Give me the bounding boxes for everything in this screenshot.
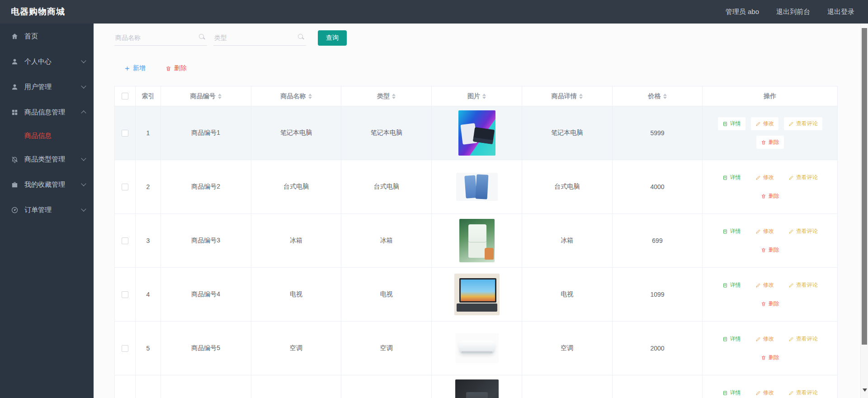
- products-table: 索引商品编号商品名称类型图片商品详情价格操作 1 商品编号1 笔记本电脑 笔记本…: [114, 86, 838, 398]
- cell-index: 4: [136, 268, 161, 321]
- table-row: 详情 修改 查看评论 删除: [115, 375, 837, 398]
- remove-button[interactable]: 删除: [756, 297, 784, 310]
- column-header[interactable]: 图片: [432, 86, 522, 106]
- view-comments-button[interactable]: 查看评论: [784, 171, 822, 184]
- cell-actions: 详情 修改 查看评论 删除: [703, 160, 837, 213]
- product-image-desktop: [456, 173, 498, 201]
- page-scrollbar[interactable]: [860, 24, 868, 398]
- row-checkbox[interactable]: [122, 237, 128, 244]
- user-icon: [11, 83, 19, 91]
- remove-button[interactable]: 删除: [756, 190, 784, 203]
- admin-user-link[interactable]: 管理员 abo: [726, 8, 759, 16]
- type-field-wrap: [213, 30, 306, 46]
- edit-button[interactable]: 修改: [751, 225, 778, 238]
- edit-button[interactable]: 修改: [751, 171, 778, 184]
- column-header-label: 图片: [467, 92, 480, 100]
- sort-carets-icon[interactable]: [482, 94, 486, 99]
- document-icon: [722, 390, 728, 396]
- view-comments-button[interactable]: 查看评论: [784, 225, 822, 238]
- table-header-row: 索引商品编号商品名称类型图片商品详情价格操作: [115, 86, 837, 106]
- sort-carets-icon[interactable]: [663, 94, 667, 99]
- user-icon: [11, 58, 19, 66]
- pencil-icon: [788, 283, 794, 288]
- row-checkbox[interactable]: [122, 291, 128, 298]
- home-icon: [11, 33, 19, 40]
- sidebar-item-orders-mgmt[interactable]: 订单管理: [0, 197, 94, 223]
- remove-button[interactable]: 删除: [756, 351, 784, 364]
- view-comments-button[interactable]: 查看评论: [784, 386, 822, 398]
- pencil-icon: [788, 390, 794, 396]
- detail-button[interactable]: 详情: [718, 332, 745, 346]
- row-checkbox[interactable]: [122, 130, 128, 137]
- delete-button[interactable]: 删除: [165, 64, 187, 72]
- edit-button[interactable]: 修改: [751, 386, 778, 398]
- cell-product-detail: 冰箱: [522, 214, 613, 267]
- scrollbar-thumb[interactable]: [862, 28, 867, 345]
- remove-button[interactable]: 删除: [756, 136, 784, 149]
- detail-button[interactable]: 详情: [718, 386, 745, 398]
- bell-icon: [11, 156, 19, 163]
- sort-carets-icon[interactable]: [579, 94, 583, 99]
- cell-price: 1099: [613, 268, 703, 321]
- select-all-checkbox[interactable]: [122, 93, 128, 100]
- sidebar-subitem-product-info[interactable]: 商品信息: [0, 125, 94, 147]
- cell-actions: 详情 修改 查看评论 删除: [703, 322, 837, 375]
- scroll-down-arrow-icon[interactable]: [863, 389, 867, 392]
- trash-icon: [761, 301, 766, 307]
- product-image-washer: [455, 379, 499, 398]
- column-header[interactable]: 价格: [613, 86, 703, 106]
- cell-price: 699: [613, 214, 703, 267]
- edit-button[interactable]: 修改: [751, 279, 778, 292]
- product-name-input[interactable]: [115, 34, 196, 41]
- add-button[interactable]: 新增: [124, 64, 146, 72]
- view-comments-button[interactable]: 查看评论: [784, 279, 822, 292]
- sidebar-item-product-type-mgmt[interactable]: 商品类型管理: [0, 147, 94, 172]
- sidebar-item-label: 商品类型管理: [24, 155, 82, 164]
- plus-icon: [124, 66, 130, 71]
- exit-to-front-link[interactable]: 退出到前台: [776, 8, 810, 16]
- cell-price: 2000: [613, 322, 703, 375]
- sidebar-item-home[interactable]: 首页: [0, 24, 94, 49]
- column-header[interactable]: 商品详情: [522, 86, 613, 106]
- sidebar-subitem-label: 商品信息: [24, 132, 52, 140]
- view-comments-button[interactable]: 查看评论: [784, 117, 822, 130]
- column-header-label: 价格: [648, 92, 661, 100]
- search-bar: 查询: [114, 30, 347, 46]
- column-header-label: 操作: [764, 92, 776, 100]
- type-input[interactable]: [214, 34, 295, 41]
- cell-product-detail: 笔记本电脑: [522, 106, 613, 160]
- row-checkbox[interactable]: [122, 184, 128, 190]
- cell-product-code: 商品编号4: [161, 268, 251, 321]
- sidebar-item-profile[interactable]: 个人中心: [0, 49, 94, 74]
- sidebar-item-favorites-mgmt[interactable]: 我的收藏管理: [0, 172, 94, 197]
- column-header[interactable]: 商品名称: [251, 86, 342, 106]
- view-comments-button[interactable]: 查看评论: [784, 332, 822, 346]
- cell-index: 1: [136, 106, 161, 160]
- pencil-icon: [755, 175, 761, 180]
- table-row: 4 商品编号4 电视 电视 电视 1099 详情 修改 查看评论: [115, 268, 837, 322]
- remove-button[interactable]: 删除: [756, 243, 784, 256]
- sidebar-item-users[interactable]: 用户管理: [0, 74, 94, 100]
- sidebar-item-product-info-mgmt[interactable]: 商品信息管理: [0, 100, 94, 125]
- logout-link[interactable]: 退出登录: [827, 8, 854, 16]
- briefcase-icon: [11, 181, 19, 189]
- column-header[interactable]: 类型: [341, 86, 432, 106]
- detail-button[interactable]: 详情: [718, 279, 745, 292]
- detail-button[interactable]: 详情: [718, 117, 745, 130]
- edit-button[interactable]: 修改: [751, 117, 778, 130]
- table-row: 1 商品编号1 笔记本电脑 笔记本电脑 笔记本电脑 5999 详情 修改 查看评…: [115, 106, 837, 160]
- cell-actions: 详情 修改 查看评论 删除: [703, 375, 837, 398]
- sort-carets-icon[interactable]: [392, 94, 396, 99]
- column-header[interactable]: 商品编号: [161, 86, 251, 106]
- cell-price: [613, 375, 703, 398]
- query-button[interactable]: 查询: [318, 30, 347, 46]
- main-content: 查询 新增 删除 索引商品编号商品名称类型图片商品详情价格操作 1 商品编号1 …: [94, 24, 860, 398]
- sort-carets-icon[interactable]: [308, 94, 312, 99]
- cell-product-code: 商品编号5: [161, 322, 251, 375]
- detail-button[interactable]: 详情: [718, 225, 745, 238]
- detail-button[interactable]: 详情: [718, 171, 745, 184]
- sort-carets-icon[interactable]: [218, 94, 222, 99]
- edit-button[interactable]: 修改: [751, 332, 778, 346]
- chevron-down-icon: [81, 181, 86, 186]
- row-checkbox[interactable]: [122, 345, 128, 352]
